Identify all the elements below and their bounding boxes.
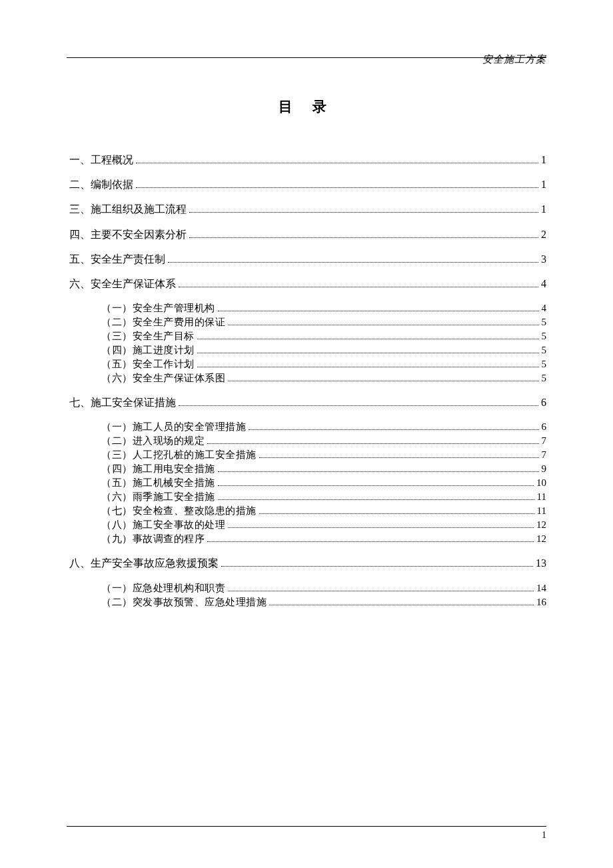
toc-page: 13 — [536, 557, 546, 569]
toc-leader — [259, 449, 539, 459]
toc-page: 5 — [542, 344, 547, 356]
toc-entry: （二）突发事故预警、应急处理措施16 — [101, 596, 546, 608]
toc-label: （二）安全生产费用的保证 — [101, 316, 225, 328]
toc-page: 7 — [542, 435, 547, 447]
toc-entry: （八）施工安全事故的处理12 — [101, 519, 546, 531]
toc-leader — [218, 477, 534, 487]
toc-leader — [189, 203, 538, 213]
toc-label: （一）应急处理机构和职责 — [101, 582, 225, 594]
toc-entry: 三、施工组织及施工流程1 — [69, 203, 546, 215]
toc-label: 八、生产安全事故应急救援预案 — [69, 557, 219, 569]
toc-label: 四、主要不安全因素分析 — [69, 228, 187, 241]
toc-entry: （五）施工机械安全措施10 — [101, 477, 546, 489]
toc-entry: 二、编制依据1 — [69, 178, 546, 191]
toc-label: （二）进入现场的规定 — [101, 435, 205, 447]
toc-label: （四）施工进度计划 — [101, 344, 195, 356]
toc-entry: （二）进入现场的规定7 — [101, 435, 546, 447]
toc-label: （三）安全生产目标 — [101, 330, 195, 342]
toc-label: （九）事故调查的程序 — [101, 533, 205, 545]
toc-leader — [197, 331, 539, 340]
toc-page: 6 — [542, 421, 547, 433]
toc-page: 14 — [536, 582, 546, 594]
toc-page: 9 — [542, 463, 547, 475]
toc-leader — [249, 421, 539, 431]
toc-leader — [218, 303, 539, 312]
toc-entry: 七、施工安全保证措施6 — [69, 396, 546, 409]
toc-leader — [259, 505, 534, 515]
toc-entry: （四）施工进度计划5 — [101, 344, 546, 356]
toc-entry: （五）安全工作计划5 — [101, 358, 546, 370]
toc-entry: 六、安全生产保证体系4 — [69, 277, 546, 290]
toc-label: 六、安全生产保证体系 — [69, 277, 176, 290]
toc-page: 12 — [536, 533, 546, 545]
table-of-contents: 一、工程概况1二、编制依据1三、施工组织及施工流程1四、主要不安全因素分析2五、… — [67, 153, 546, 608]
toc-page: 16 — [536, 596, 546, 608]
toc-entry: 八、生产安全事故应急救援预案13 — [69, 557, 546, 569]
toc-subgroup: （一）安全生产管理机构4（二）安全生产费用的保证5（三）安全生产目标5（四）施工… — [67, 302, 546, 384]
toc-page: 5 — [542, 316, 547, 328]
toc-page: 5 — [542, 330, 547, 342]
toc-entry: （一）安全生产管理机构4 — [101, 302, 546, 314]
toc-leader — [218, 463, 539, 473]
toc-leader — [207, 435, 539, 445]
toc-page: 11 — [537, 491, 546, 503]
toc-leader — [207, 533, 534, 543]
toc-page: 3 — [541, 253, 546, 265]
toc-entry: 五、安全生产责任制3 — [69, 253, 546, 265]
toc-label: （七）安全检查、整改隐患的措施 — [101, 505, 257, 517]
toc-label: （八）施工安全事故的处理 — [101, 519, 225, 531]
toc-leader — [179, 397, 538, 406]
toc-label: （四）施工用电安全措施 — [101, 463, 215, 475]
toc-entry: （四）施工用电安全措施9 — [101, 463, 546, 475]
toc-page: 4 — [542, 302, 547, 314]
toc-label: 二、编制依据 — [69, 178, 133, 191]
toc-page: 7 — [542, 449, 547, 461]
toc-subgroup: （一）应急处理机构和职责14（二）突发事故预警、应急处理措施16 — [67, 582, 546, 608]
toc-label: （一）施工人员的安全管理措施 — [101, 421, 246, 433]
header-title: 安全施工方案 — [482, 53, 546, 66]
toc-page: 1 — [541, 178, 546, 191]
toc-leader — [221, 557, 533, 567]
toc-leader — [228, 373, 539, 382]
toc-entry: （六）安全生产保证体系图5 — [101, 372, 546, 384]
toc-entry: （一）应急处理机构和职责14 — [101, 582, 546, 594]
toc-entry: （三）安全生产目标5 — [101, 330, 546, 342]
toc-page: 6 — [541, 396, 546, 409]
toc-leader — [269, 596, 534, 605]
toc-leader — [136, 154, 538, 163]
toc-leader — [228, 582, 534, 591]
toc-page: 1 — [541, 153, 546, 166]
toc-leader — [197, 359, 539, 368]
toc-page: 5 — [542, 358, 547, 370]
toc-entry: （一）施工人员的安全管理措施6 — [101, 421, 546, 433]
toc-entry: 四、主要不安全因素分析2 — [69, 228, 546, 241]
toc-entry: 一、工程概况1 — [69, 153, 546, 166]
footer-rule — [67, 826, 546, 827]
toc-leader — [189, 228, 538, 237]
toc-page: 5 — [542, 372, 547, 384]
page-footer: 1 — [67, 826, 546, 827]
toc-leader — [218, 491, 534, 501]
toc-page: 11 — [537, 505, 546, 517]
toc-entry: （二）安全生产费用的保证5 — [101, 316, 546, 328]
toc-leader — [197, 345, 539, 354]
document-page: 安全施工方案 目 录 一、工程概况1二、编制依据1三、施工组织及施工流程1四、主… — [0, 0, 613, 868]
toc-leader — [179, 278, 538, 287]
toc-label: 七、施工安全保证措施 — [69, 396, 176, 409]
toc-label: （五）施工机械安全措施 — [101, 477, 215, 489]
toc-label: （五）安全工作计划 — [101, 358, 195, 370]
toc-page: 10 — [536, 477, 546, 489]
toc-label: 五、安全生产责任制 — [69, 253, 165, 265]
toc-label: （六）安全生产保证体系图 — [101, 372, 225, 384]
toc-leader — [168, 253, 538, 262]
toc-page: 1 — [541, 203, 546, 215]
toc-label: 三、施工组织及施工流程 — [69, 203, 187, 215]
toc-page: 4 — [541, 277, 546, 290]
toc-label: （六）雨季施工安全措施 — [101, 491, 215, 503]
toc-entry: （九）事故调查的程序12 — [101, 533, 546, 545]
toc-entry: （三）人工挖孔桩的施工安全措施7 — [101, 449, 546, 461]
page-number: 1 — [542, 830, 546, 841]
toc-label: （三）人工挖孔桩的施工安全措施 — [101, 449, 257, 461]
toc-page: 2 — [541, 228, 546, 241]
toc-page: 12 — [536, 519, 546, 531]
